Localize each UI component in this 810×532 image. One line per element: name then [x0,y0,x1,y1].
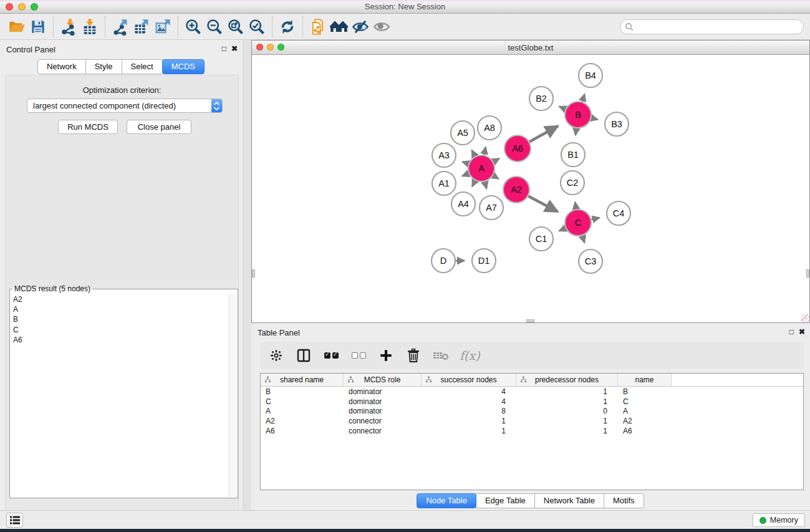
table-cell[interactable]: dominator [344,407,422,415]
table-cell[interactable]: A [261,407,344,415]
table-cell[interactable]: A [618,407,672,415]
close-panel-button[interactable]: Close panel [127,120,191,134]
table-cell[interactable]: A2 [618,417,672,425]
export-image-icon[interactable] [152,16,173,37]
edge-A-A1[interactable] [462,173,469,176]
column-header-shared-name[interactable]: shared name [261,374,344,386]
home-icon[interactable] [329,16,350,37]
table-row[interactable]: Bdominator41B [261,387,803,397]
table-row[interactable]: Cdominator41C [261,397,803,407]
table-cell[interactable]: B [261,387,344,396]
tab-network-table[interactable]: Network Table [534,493,604,508]
table-row[interactable]: Adominator80A [261,407,803,417]
clone-network-icon[interactable] [307,16,329,37]
column-header-successor-nodes[interactable]: successor nodes [422,374,516,386]
column-header-predecessor-nodes[interactable]: predecessor nodes [516,374,618,386]
select-all-checkboxes-icon[interactable] [322,346,340,365]
table-settings-gear-icon[interactable] [268,346,285,365]
edge-B-B3[interactable] [591,118,597,120]
table-cell[interactable]: A6 [618,427,672,435]
edge-A-A7[interactable] [485,181,486,189]
table-cell[interactable]: 0 [516,407,618,415]
edge-A-A6[interactable] [493,158,499,162]
edge-A6-B[interactable] [529,126,558,142]
zoom-out-icon[interactable] [204,16,225,37]
import-network-icon[interactable] [58,16,79,37]
zoom-selected-icon[interactable] [246,16,268,37]
table-cell[interactable]: 1 [516,387,618,396]
hide-graphics-details-icon[interactable] [350,16,371,37]
table-row[interactable]: A6connector11A6 [261,426,803,436]
table-cell[interactable]: C [618,397,672,406]
toggle-columns-icon[interactable] [295,346,312,365]
table-cell[interactable]: 1 [516,397,618,406]
edge-C-C2[interactable] [575,202,576,209]
table-cell[interactable]: A6 [261,427,344,435]
edge-A2-C[interactable] [528,196,557,211]
horizontal-pan-thumb[interactable] [526,319,534,322]
tab-node-table[interactable]: Node Table [417,493,476,508]
edge-C-C1[interactable] [559,228,566,231]
show-graphics-details-icon[interactable] [371,16,392,37]
table-cell[interactable]: 1 [516,427,618,435]
table-cell[interactable]: connector [344,427,422,435]
mcds-result-item[interactable]: A6 [11,335,229,345]
tab-network[interactable]: Network [37,59,86,74]
mcds-result-item[interactable]: B [11,314,229,324]
table-cell[interactable]: dominator [344,387,422,396]
tab-mcds[interactable]: MCDS [162,59,205,74]
search-input[interactable] [620,19,804,34]
add-column-icon[interactable] [377,346,395,365]
float-panel-icon[interactable]: □ [789,327,794,336]
edge-B-B4[interactable] [582,94,585,102]
zoom-in-icon[interactable] [183,16,204,37]
edge-A-A5[interactable] [472,150,475,157]
table-cell[interactable]: connector [344,417,422,425]
edge-B-B2[interactable] [559,107,566,110]
column-header-MCDS-role[interactable]: MCDS role [344,374,422,386]
export-table-icon[interactable] [131,16,152,37]
delete-table-icon[interactable] [432,346,450,365]
deselect-all-checkboxes-icon[interactable] [350,346,367,365]
column-header-name[interactable]: name [618,374,672,386]
table-row[interactable]: A2connector11A2 [261,416,803,426]
refresh-icon[interactable] [277,16,298,37]
resize-grip[interactable] [801,314,809,322]
table-cell[interactable]: 4 [422,387,516,396]
zoom-fit-icon[interactable] [225,16,246,37]
mcds-result-item[interactable]: C [11,325,229,335]
run-mcds-button[interactable]: Run MCDS [58,120,118,134]
edge-A-A4[interactable] [472,181,475,187]
close-panel-icon[interactable]: ✖ [231,44,238,53]
export-network-icon[interactable] [110,16,131,37]
edge-A-A2[interactable] [493,175,499,178]
edge-B-B1[interactable] [576,128,576,135]
vertical-pan-thumb-left[interactable] [252,269,255,278]
mcds-result-item[interactable]: A2 [11,294,229,304]
table-cell[interactable]: 1 [516,417,618,425]
table-cell[interactable]: dominator [344,397,422,406]
optimization-criterion-select[interactable]: largest connected component (directed) [27,99,223,113]
edge-C-C3[interactable] [582,236,585,243]
open-session-icon[interactable] [6,16,27,37]
table-cell[interactable]: C [261,397,344,406]
delete-column-trash-icon[interactable] [405,346,422,365]
save-session-icon[interactable] [27,16,49,37]
edge-C-C4[interactable] [591,218,599,220]
table-cell[interactable]: 1 [422,427,516,435]
task-list-button[interactable] [6,513,23,528]
memory-button[interactable]: Memory [753,513,805,527]
tab-select[interactable]: Select [122,59,163,74]
table-cell[interactable]: 4 [422,397,516,406]
tab-edge-table[interactable]: Edge Table [476,493,535,508]
network-canvas[interactable]: AA1A3A5A8A6A2A4A7BB2B4B3B1CC2C4C1C3DD1 [252,55,809,322]
import-table-icon[interactable] [79,16,100,37]
close-panel-icon[interactable]: ✖ [799,327,805,336]
mcds-list-scrollbar[interactable] [229,294,237,497]
edge-A-A8[interactable] [484,147,486,155]
table-cell[interactable]: B [618,387,672,396]
vertical-pan-thumb-right[interactable] [806,269,809,278]
table-cell[interactable]: A2 [261,417,344,425]
tab-style[interactable]: Style [85,59,122,74]
mcds-result-item[interactable]: A [11,304,229,314]
